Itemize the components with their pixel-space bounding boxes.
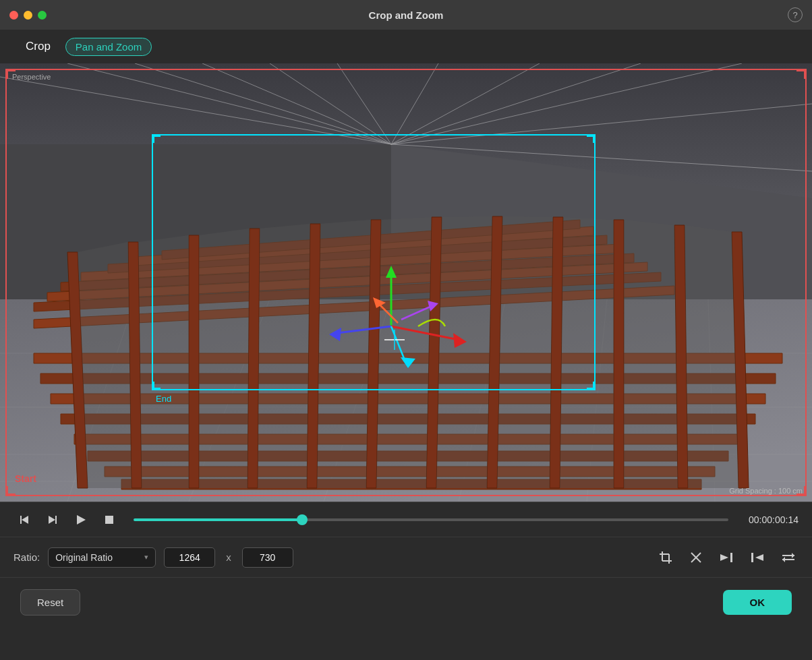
svg-rect-94 [751,553,753,562]
grid-spacing-label: Grid Spacing : 100 cm [729,487,803,495]
ratio-bar: Ratio: Original Ratio ▾ x [0,537,812,577]
align-to-right-button[interactable] [716,548,736,567]
svg-marker-61 [497,216,553,488]
svg-marker-55 [138,235,189,488]
scrubber-input[interactable] [134,518,728,521]
align-to-left-button[interactable] [747,548,767,567]
svg-marker-56 [199,229,250,488]
height-input[interactable] [242,547,293,568]
maximize-window-button[interactable] [38,11,47,20]
step-back-button[interactable] [42,509,63,531]
scene-canvas [0,63,812,502]
stop-button[interactable] [98,509,120,531]
crop-icon-button[interactable] [656,547,676,568]
svg-marker-96 [792,553,794,558]
svg-rect-92 [730,553,732,562]
help-button[interactable]: ? [788,7,803,22]
svg-marker-44 [189,235,199,488]
tabs-bar: Crop Pan and Zoom [0,30,812,63]
ratio-tools [656,547,799,568]
svg-marker-62 [560,217,614,488]
ratio-label: Ratio: [13,551,40,563]
svg-marker-63 [624,220,678,488]
tab-panzoom[interactable]: Pan and Zoom [65,38,152,56]
ok-button[interactable]: OK [723,590,792,615]
svg-marker-83 [77,515,86,524]
svg-marker-60 [436,216,492,488]
viewport[interactable]: Perspective End Start Grid Spacing : 100… [0,63,812,502]
dimension-separator: x [226,551,231,563]
bottom-bar: Reset OK [0,577,812,626]
svg-marker-58 [317,220,371,488]
svg-marker-45 [248,229,260,488]
transport-bar: 00:00:00:14 [0,502,812,537]
ratio-dropdown[interactable]: Original Ratio ▾ [48,547,156,568]
scrubber-container[interactable] [127,518,735,521]
svg-marker-51 [614,220,624,488]
timecode-display: 00:00:00:14 [749,514,799,525]
svg-marker-64 [685,225,738,488]
go-to-start-button[interactable] [13,509,35,531]
svg-marker-93 [755,554,763,561]
svg-marker-59 [376,217,432,488]
play-button[interactable] [70,509,92,531]
svg-marker-81 [49,516,55,524]
swap-button[interactable] [778,548,799,567]
window-controls [9,11,47,20]
close-selection-button[interactable] [687,548,705,567]
svg-marker-57 [258,224,310,488]
svg-marker-80 [22,516,28,524]
titlebar: Crop and Zoom ? [0,0,812,30]
svg-marker-98 [782,557,785,562]
perspective-label: Perspective [12,73,51,81]
svg-marker-91 [720,554,728,561]
svg-marker-79 [20,516,22,524]
tab-crop[interactable]: Crop [20,37,56,56]
minimize-window-button[interactable] [24,11,32,20]
ratio-selected-value: Original Ratio [55,552,113,563]
reset-button[interactable]: Reset [20,589,80,616]
width-input[interactable] [164,547,215,568]
close-window-button[interactable] [9,11,18,20]
svg-rect-84 [105,516,113,524]
start-label: Start [15,473,36,484]
chevron-down-icon: ▾ [144,553,148,562]
window-title: Crop and Zoom [369,9,444,21]
